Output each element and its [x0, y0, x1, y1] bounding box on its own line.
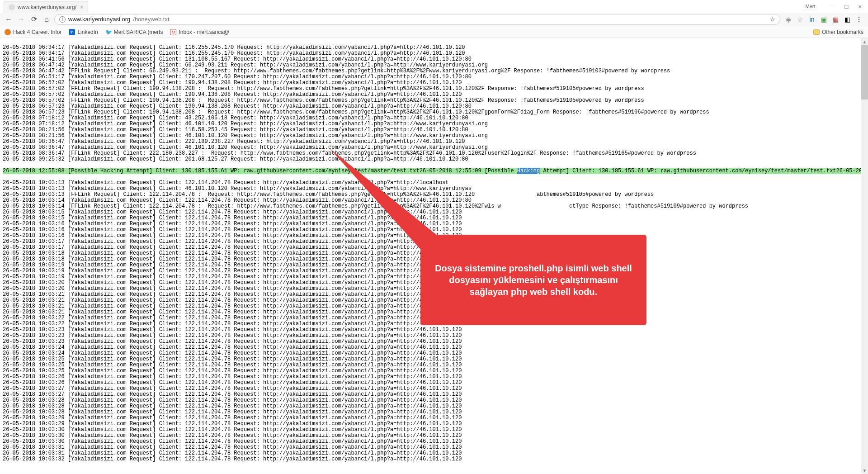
reload-button[interactable]: ⟳: [29, 14, 39, 24]
close-tab-icon[interactable]: ×: [80, 4, 83, 10]
url-path: /honeyweb.txt: [133, 16, 169, 23]
globe-icon: [9, 4, 15, 10]
maximize-button[interactable]: □: [845, 3, 849, 10]
bookmark-label: Mert SARICA (merts: [114, 29, 163, 35]
bookmark-item[interactable]: 🐦Mert SARICA (merts: [105, 29, 163, 35]
log-text: 26-05-2018 06:34:17 [Yakaladimsizi.com R…: [3, 45, 865, 162]
star-icon[interactable]: ☆: [770, 16, 775, 23]
other-bookmarks[interactable]: Other bookmarks: [813, 29, 863, 35]
gmail-icon: M: [170, 29, 176, 35]
log-line: 26-05-2018 09:25:32 [Yakaladimsizi.com R…: [3, 156, 865, 162]
highlighted-log-line: 26-05-2018 12:55:08 [Possible Hacking At…: [3, 168, 420, 174]
bookmarks-bar: Hack 4 Career. Infor inLinkedIn 🐦Mert SA…: [0, 26, 868, 38]
close-window-button[interactable]: ×: [858, 3, 862, 10]
tab-title: www.kariyerdunyasi.org/: [18, 4, 76, 10]
ext-icon[interactable]: ▦: [832, 16, 839, 23]
minimize-button[interactable]: —: [829, 3, 835, 10]
bookmark-label: Other bookmarks: [822, 29, 863, 35]
url-host: www.kariyerdunyasi.org: [68, 16, 130, 23]
highlighted-lines: 26-05-2018 12:55:08 [Possible Hacking At…: [3, 168, 865, 174]
window-controls: Mert — □ ×: [806, 0, 868, 13]
log-text: 26-05-2018 10:03:13 [Yakaladimsizi.com R…: [3, 180, 865, 462]
log-line: 26-05-2018 10:03:32 [Yakaladimsizi.com R…: [3, 456, 865, 462]
titlebar: www.kariyerdunyasi.org/ × Mert — □ ×: [0, 0, 868, 13]
linkedin-icon: in: [69, 29, 75, 35]
bookmark-label: LinkedIn: [77, 29, 98, 35]
forward-button[interactable]: →: [16, 14, 26, 24]
browser-tab[interactable]: www.kariyerdunyasi.org/ ×: [4, 1, 88, 13]
bookmark-label: Inbox - mert.sarica@: [179, 29, 229, 35]
address-bar[interactable]: i www.kariyerdunyasi.org/honeyweb.txt ☆: [54, 14, 780, 25]
ext-icon[interactable]: ▣: [820, 16, 827, 23]
bookmark-item[interactable]: inLinkedIn: [69, 29, 98, 35]
toolbar: ← → ⟳ ⌂ i www.kariyerdunyasi.org/honeywe…: [0, 13, 868, 26]
home-button[interactable]: ⌂: [42, 14, 52, 24]
vertical-scrollbar[interactable]: ▲ ▼: [861, 38, 868, 474]
highlighted-log-line: 26-05-2018 12:55:09 [Possible Hacking At…: [420, 168, 836, 174]
bookmark-item[interactable]: MInbox - mert.sarica@: [170, 29, 229, 35]
back-button[interactable]: ←: [4, 14, 14, 24]
ext-icon[interactable]: in: [808, 16, 816, 23]
extension-icons: ◉ ⊘ in ▣ ▦ ◧ ⋮: [783, 16, 864, 23]
bookmark-item[interactable]: Hack 4 Career. Infor: [5, 29, 61, 35]
folder-icon: [813, 29, 820, 35]
bookmark-icon: [5, 29, 11, 35]
profile-label[interactable]: Mert: [806, 4, 816, 9]
twitter-icon: 🐦: [105, 29, 112, 35]
info-icon[interactable]: i: [59, 16, 66, 23]
ext-icon[interactable]: ⊘: [797, 16, 804, 23]
bookmark-label: Hack 4 Career. Infor: [13, 29, 61, 35]
page-content: 26-05-2018 06:34:17 [Yakaladimsizi.com R…: [0, 38, 868, 474]
scroll-thumb[interactable]: [861, 45, 868, 100]
scroll-down-icon[interactable]: ▼: [861, 467, 868, 474]
ext-icon[interactable]: ◧: [844, 16, 851, 23]
ext-icon[interactable]: ◉: [785, 16, 792, 23]
scroll-up-icon[interactable]: ▲: [861, 38, 868, 45]
menu-icon[interactable]: ⋮: [855, 16, 863, 23]
